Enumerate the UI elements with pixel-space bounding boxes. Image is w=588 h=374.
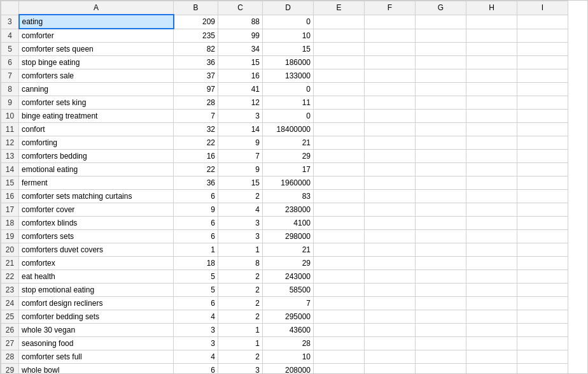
cell-empty[interactable] (314, 284, 365, 297)
cell-empty[interactable] (517, 203, 568, 217)
cell-empty[interactable] (365, 150, 416, 163)
cell-empty[interactable] (517, 69, 568, 83)
cell-c[interactable]: 3 (218, 364, 263, 375)
cell-b[interactable]: 6 (174, 190, 218, 203)
cell-b[interactable]: 18 (174, 257, 218, 270)
cell-empty[interactable] (416, 350, 466, 364)
cell-a[interactable]: confort (19, 123, 174, 136)
cell-empty[interactable] (466, 29, 517, 43)
cell-empty[interactable] (466, 110, 517, 123)
cell-a[interactable]: comfort design recliners (19, 297, 174, 310)
col-header-f[interactable]: F (365, 1, 416, 15)
cell-b[interactable]: 7 (174, 110, 218, 123)
cell-empty[interactable] (314, 176, 365, 190)
cell-a[interactable]: comforters duvet covers (19, 243, 174, 257)
cell-empty[interactable] (517, 123, 568, 136)
cell-empty[interactable] (365, 69, 416, 83)
cell-b[interactable]: 6 (174, 217, 218, 230)
cell-empty[interactable] (416, 123, 466, 136)
cell-a[interactable]: whole bowl (19, 364, 174, 375)
cell-empty[interactable] (365, 324, 416, 337)
cell-a[interactable]: eat health (19, 270, 174, 284)
cell-b[interactable]: 4 (174, 350, 218, 364)
cell-c[interactable]: 4 (218, 203, 263, 217)
cell-empty[interactable] (517, 324, 568, 337)
cell-a[interactable]: canning (19, 83, 174, 96)
cell-empty[interactable] (517, 364, 568, 375)
cell-empty[interactable] (314, 43, 365, 56)
cell-empty[interactable] (365, 203, 416, 217)
cell-empty[interactable] (314, 364, 365, 375)
cell-b[interactable]: 3 (174, 324, 218, 337)
cell-b[interactable]: 6 (174, 297, 218, 310)
cell-c[interactable]: 8 (218, 257, 263, 270)
cell-empty[interactable] (416, 15, 466, 29)
cell-empty[interactable] (365, 29, 416, 43)
cell-empty[interactable] (416, 163, 466, 176)
cell-a[interactable]: stop emotional eating (19, 284, 174, 297)
cell-c[interactable]: 15 (218, 56, 263, 69)
cell-b[interactable]: 82 (174, 43, 218, 56)
cell-empty[interactable] (365, 310, 416, 324)
cell-empty[interactable] (314, 243, 365, 257)
cell-empty[interactable] (365, 136, 416, 150)
cell-c[interactable]: 1 (218, 337, 263, 350)
cell-empty[interactable] (365, 43, 416, 56)
cell-empty[interactable] (365, 350, 416, 364)
cell-empty[interactable] (365, 190, 416, 203)
cell-d[interactable]: 133000 (263, 69, 314, 83)
cell-b[interactable]: 97 (174, 83, 218, 96)
cell-c[interactable]: 3 (218, 110, 263, 123)
cell-empty[interactable] (314, 56, 365, 69)
cell-d[interactable]: 1960000 (263, 176, 314, 190)
cell-b[interactable]: 22 (174, 163, 218, 176)
cell-empty[interactable] (314, 350, 365, 364)
cell-empty[interactable] (314, 190, 365, 203)
cell-empty[interactable] (314, 217, 365, 230)
cell-b[interactable]: 6 (174, 230, 218, 243)
cell-empty[interactable] (365, 257, 416, 270)
cell-empty[interactable] (416, 310, 466, 324)
cell-empty[interactable] (365, 270, 416, 284)
cell-empty[interactable] (416, 136, 466, 150)
cell-d[interactable]: 10 (263, 350, 314, 364)
cell-empty[interactable] (365, 364, 416, 375)
cell-empty[interactable] (466, 270, 517, 284)
cell-c[interactable]: 15 (218, 176, 263, 190)
cell-d[interactable]: 21 (263, 136, 314, 150)
cell-empty[interactable] (314, 163, 365, 176)
col-header-g[interactable]: G (416, 1, 466, 15)
cell-empty[interactable] (517, 230, 568, 243)
cell-c[interactable]: 34 (218, 43, 263, 56)
cell-b[interactable]: 3 (174, 337, 218, 350)
cell-b[interactable]: 36 (174, 176, 218, 190)
cell-c[interactable]: 2 (218, 297, 263, 310)
cell-d[interactable]: 83 (263, 190, 314, 203)
cell-b[interactable]: 209 (174, 15, 218, 29)
cell-c[interactable]: 41 (218, 83, 263, 96)
cell-c[interactable]: 2 (218, 350, 263, 364)
cell-empty[interactable] (314, 297, 365, 310)
cell-a[interactable]: comforter sets full (19, 350, 174, 364)
cell-empty[interactable] (466, 69, 517, 83)
cell-d[interactable]: 58500 (263, 284, 314, 297)
cell-empty[interactable] (466, 83, 517, 96)
cell-empty[interactable] (466, 43, 517, 56)
cell-a[interactable]: comforters bedding (19, 150, 174, 163)
cell-c[interactable]: 14 (218, 123, 263, 136)
cell-empty[interactable] (365, 123, 416, 136)
cell-a[interactable]: comforting (19, 136, 174, 150)
cell-empty[interactable] (466, 324, 517, 337)
cell-empty[interactable] (416, 96, 466, 110)
cell-empty[interactable] (466, 176, 517, 190)
cell-empty[interactable] (517, 110, 568, 123)
cell-empty[interactable] (466, 136, 517, 150)
cell-empty[interactable] (466, 190, 517, 203)
cell-empty[interactable] (517, 29, 568, 43)
cell-empty[interactable] (416, 337, 466, 350)
cell-a[interactable]: comforter sets matching curtains (19, 190, 174, 203)
cell-empty[interactable] (416, 243, 466, 257)
cell-empty[interactable] (416, 69, 466, 83)
cell-empty[interactable] (466, 350, 517, 364)
cell-empty[interactable] (314, 136, 365, 150)
